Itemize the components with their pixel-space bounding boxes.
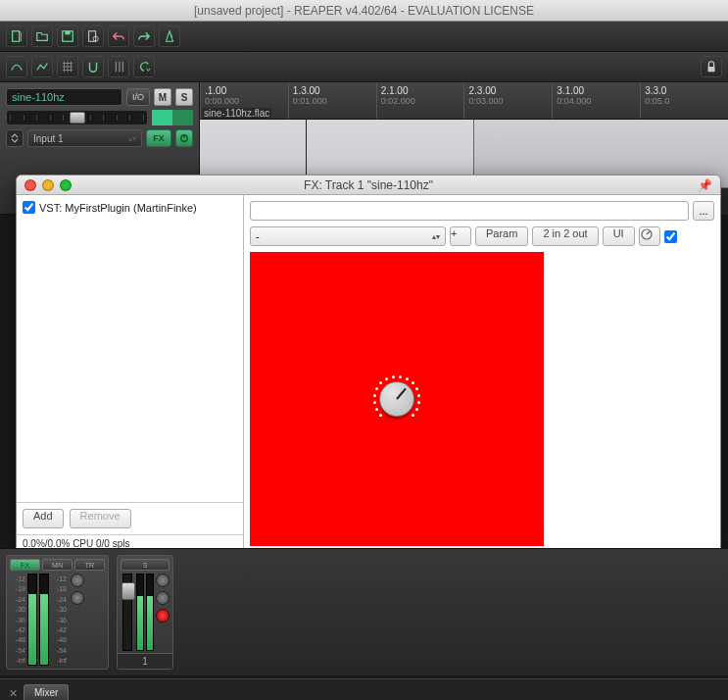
ruler-bar: 3.3.0 bbox=[645, 85, 724, 96]
pan-knob[interactable] bbox=[71, 574, 84, 587]
ripple-icon[interactable] bbox=[108, 56, 129, 77]
add-preset-button[interactable]: + bbox=[450, 226, 471, 246]
fx-list[interactable]: VST: MyFirstPlugin (MartinFinke) bbox=[17, 195, 243, 502]
svg-rect-5 bbox=[708, 67, 715, 72]
track-input-label: Input 1 bbox=[33, 133, 64, 144]
track-name-field[interactable]: sine-110hz bbox=[6, 88, 122, 106]
item-group-icon[interactable] bbox=[133, 56, 155, 77]
fx-chain-window: FX: Track 1 "sine-110hz" 📌 VST: MyFirstP… bbox=[16, 175, 721, 553]
meter-right bbox=[39, 574, 49, 666]
svg-rect-2 bbox=[65, 31, 70, 35]
strip-number: 1 bbox=[118, 653, 172, 669]
window-zoom-button[interactable] bbox=[60, 179, 72, 191]
compare-select[interactable]: - ▴▾ bbox=[250, 226, 446, 246]
ruler-bar: .1.00 bbox=[205, 85, 284, 96]
timeline-ruler[interactable]: .1.000:00.000 1.3.000:01.000 2.1.000:02.… bbox=[200, 82, 728, 120]
record-arm-button[interactable] bbox=[156, 609, 170, 623]
master-tr-button[interactable]: TR bbox=[74, 559, 105, 571]
preset-browse-button[interactable]: ... bbox=[693, 201, 714, 221]
track-meter bbox=[152, 110, 193, 125]
meter-left bbox=[27, 574, 37, 666]
save-project-icon[interactable] bbox=[57, 25, 78, 47]
main-toolbar-row2 bbox=[0, 52, 728, 82]
ruler-time: 0:05.0 bbox=[645, 96, 724, 106]
track-fx-button[interactable]: FX bbox=[146, 129, 171, 147]
close-tab-icon[interactable]: ✕ bbox=[6, 686, 20, 700]
envelope-icon[interactable] bbox=[31, 56, 53, 77]
ruler-bar: 2.3.00 bbox=[468, 85, 548, 96]
mixer-tab[interactable]: Mixer bbox=[24, 684, 69, 700]
dropdown-arrows-icon: ▴▾ bbox=[432, 234, 440, 239]
open-project-icon[interactable] bbox=[31, 25, 53, 47]
main-titlebar: [unsaved project] - REAPER v4.402/64 - E… bbox=[0, 0, 728, 22]
solo-button[interactable]: S bbox=[175, 88, 193, 106]
ui-toggle-button[interactable]: UI bbox=[603, 226, 635, 246]
meter-left bbox=[136, 574, 144, 651]
ruler-bar: 2.1.00 bbox=[381, 85, 461, 96]
meter-right bbox=[146, 574, 154, 651]
pin-icon[interactable]: 📌 bbox=[698, 178, 712, 192]
project-settings-icon[interactable] bbox=[82, 25, 104, 47]
knob-pointer-icon bbox=[396, 388, 407, 400]
dropdown-arrows-icon: ▴▾ bbox=[128, 136, 136, 141]
plugin-editor[interactable] bbox=[250, 252, 544, 546]
strip-solo-button[interactable]: S bbox=[121, 559, 170, 571]
master-mono-button[interactable]: MN bbox=[42, 559, 73, 571]
main-window-title: [unsaved project] - REAPER v4.402/64 - E… bbox=[0, 4, 728, 18]
lock-icon[interactable] bbox=[701, 56, 722, 77]
width-knob[interactable] bbox=[156, 591, 170, 605]
new-project-icon[interactable] bbox=[6, 25, 27, 47]
undo-icon[interactable] bbox=[108, 25, 129, 47]
wet-knob-icon[interactable] bbox=[639, 226, 660, 246]
fx-list-item[interactable]: VST: MyFirstPlugin (MartinFinke) bbox=[21, 199, 239, 216]
fx-window-title: FX: Track 1 "sine-110hz" bbox=[17, 178, 720, 192]
redo-icon[interactable] bbox=[133, 25, 155, 47]
fx-enabled-checkbox[interactable] bbox=[23, 201, 35, 214]
ruler-time: 0:01.000 bbox=[293, 96, 372, 106]
preset-field[interactable] bbox=[250, 201, 689, 221]
track-expand-button[interactable] bbox=[6, 129, 24, 147]
add-fx-button[interactable]: Add bbox=[23, 509, 64, 528]
track-fx-bypass-button[interactable] bbox=[175, 129, 193, 147]
mixer-panel: FX MN TR -12-18-24-30-36-42-48-54-inf -1… bbox=[0, 548, 728, 675]
master-fx-button[interactable]: FX bbox=[10, 559, 40, 571]
meter-scale: -12-18-24-30-36-42-48-54-inf bbox=[51, 574, 67, 666]
ruler-bar: 3.1.00 bbox=[557, 85, 636, 96]
bottom-tab-bar: ✕ Mixer bbox=[0, 678, 728, 700]
auto-crossfade-icon[interactable] bbox=[6, 56, 27, 77]
fx-active-checkbox[interactable] bbox=[664, 230, 677, 243]
track-io-button[interactable]: I/O bbox=[126, 88, 150, 106]
remove-fx-button[interactable]: Remove bbox=[70, 509, 131, 528]
fx-plugin-panel: ... - ▴▾ + Param 2 in 2 out UI bbox=[244, 195, 720, 552]
width-knob[interactable] bbox=[71, 591, 84, 605]
compare-value: - bbox=[256, 230, 260, 242]
ruler-time: 0:02.000 bbox=[381, 96, 461, 106]
param-button[interactable]: Param bbox=[475, 226, 528, 246]
track-mixer-strip[interactable]: S 1 bbox=[117, 555, 173, 670]
volume-fader[interactable] bbox=[122, 574, 132, 651]
fx-list-panel: VST: MyFirstPlugin (MartinFinke) Add Rem… bbox=[17, 195, 244, 552]
io-config-button[interactable]: 2 in 2 out bbox=[532, 226, 598, 246]
fx-item-label: VST: MyFirstPlugin (MartinFinke) bbox=[39, 202, 197, 214]
ruler-bar: 1.3.00 bbox=[293, 85, 372, 96]
metronome-icon[interactable] bbox=[159, 25, 180, 47]
clip-label: sine-110hz.flac bbox=[202, 108, 271, 119]
window-minimize-button[interactable] bbox=[42, 179, 54, 191]
main-toolbar-row1 bbox=[0, 22, 728, 52]
snap-icon[interactable] bbox=[82, 56, 104, 77]
track-volume-slider[interactable] bbox=[6, 110, 148, 125]
plugin-knob[interactable] bbox=[379, 381, 414, 417]
pan-knob[interactable] bbox=[156, 574, 170, 587]
meter-scale: -12-18-24-30-36-42-48-54-inf bbox=[10, 574, 25, 666]
svg-line-9 bbox=[647, 231, 650, 234]
ruler-time: 0:04.000 bbox=[557, 96, 636, 106]
ruler-time: 0:00.000 bbox=[205, 96, 284, 106]
window-close-button[interactable] bbox=[24, 179, 36, 191]
master-mixer-strip[interactable]: FX MN TR -12-18-24-30-36-42-48-54-inf -1… bbox=[6, 555, 109, 670]
svg-rect-0 bbox=[13, 31, 20, 42]
grid-icon[interactable] bbox=[57, 56, 78, 77]
ruler-time: 0:03.000 bbox=[468, 96, 548, 106]
track-input-select[interactable]: Input 1 ▴▾ bbox=[27, 129, 142, 147]
fx-window-titlebar[interactable]: FX: Track 1 "sine-110hz" 📌 bbox=[17, 175, 720, 195]
mute-button[interactable]: M bbox=[154, 88, 171, 106]
